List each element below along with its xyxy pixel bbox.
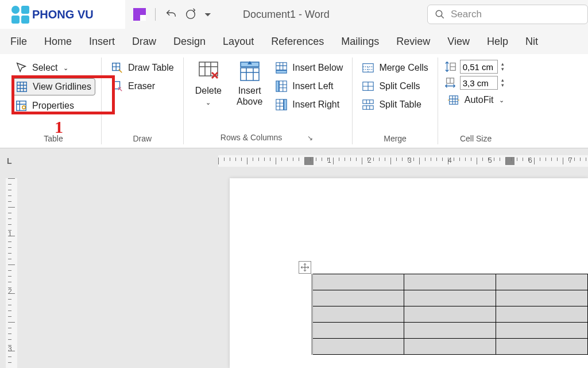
svg-rect-22 [449, 96, 458, 105]
qat-overflow-icon[interactable]: ⏷ [204, 10, 212, 19]
tab-home[interactable]: Home [44, 36, 72, 48]
tab-review[interactable]: Review [396, 36, 430, 48]
search-icon [435, 9, 445, 20]
insert-right-button[interactable]: Insert Right [272, 97, 346, 113]
group-label-merge: Merge [358, 132, 431, 144]
svg-rect-15 [284, 99, 287, 110]
group-label-rows-cols: Rows & Columns [220, 133, 282, 143]
split-cells-icon [362, 80, 374, 93]
tab-layout[interactable]: Layout [223, 36, 254, 48]
logo-text: PHONG VU [32, 8, 94, 21]
svg-rect-11 [276, 71, 287, 74]
table-row [312, 339, 588, 355]
search-placeholder: Search [451, 9, 482, 20]
svg-rect-10 [276, 63, 287, 70]
tab-mailings[interactable]: Mailings [341, 36, 379, 48]
split-cells-button[interactable]: Split Cells [358, 78, 431, 94]
redo-icon[interactable] [184, 8, 197, 21]
svg-rect-13 [276, 81, 279, 91]
insert-right-icon [275, 98, 288, 111]
tab-references[interactable]: References [271, 36, 324, 48]
ribbon-tabs: File Home Insert Draw Design Layout Refe… [0, 29, 588, 54]
row-height-input[interactable] [460, 60, 498, 74]
table-row [312, 323, 588, 339]
split-table-icon [362, 98, 374, 111]
insert-left-button[interactable]: Insert Left [272, 78, 346, 94]
group-label-table: Table [11, 132, 95, 144]
autofit-icon [447, 94, 460, 106]
annotation-number: 1 [55, 117, 63, 137]
autofit-button[interactable]: AutoFit⌄ [444, 92, 508, 108]
col-width-field[interactable]: ▴▾ [444, 76, 508, 90]
svg-rect-19 [363, 106, 373, 109]
draw-table-icon [111, 62, 123, 74]
table-row [312, 274, 588, 290]
ruler-vertical[interactable]: 123 [6, 178, 17, 368]
tab-design[interactable]: Design [173, 36, 206, 48]
col-width-input[interactable] [460, 76, 498, 90]
merge-cells-icon [362, 62, 374, 74]
svg-point-4 [22, 106, 26, 109]
row-height-field[interactable]: ▴▾ [444, 60, 508, 74]
document-title: Document1 - Word [243, 9, 330, 21]
select-button[interactable]: Select⌄ [11, 60, 95, 76]
height-icon [444, 60, 457, 73]
table-row [312, 306, 588, 323]
spinner-icon[interactable]: ▴▾ [501, 62, 504, 72]
insert-left-icon [275, 80, 288, 93]
split-table-button[interactable]: Split Table [358, 97, 431, 113]
svg-rect-7 [199, 62, 218, 76]
eraser-button[interactable]: Eraser [107, 78, 177, 94]
svg-rect-2 [17, 82, 27, 92]
view-gridlines-button[interactable]: View Gridlines [11, 78, 95, 95]
cursor-icon [15, 62, 28, 74]
brand-logo: PHONG VU [0, 0, 125, 29]
insert-below-button[interactable]: Insert Below [272, 60, 346, 76]
tab-file[interactable]: File [10, 36, 27, 48]
table-move-handle[interactable] [299, 261, 311, 274]
spinner-icon[interactable]: ▴▾ [501, 78, 504, 88]
logo-icon [11, 6, 29, 24]
insert-above-label: Insert Above [237, 85, 262, 107]
dialog-launcher-icon[interactable]: ↘ [305, 133, 315, 143]
group-label-cell-size: Cell Size [444, 132, 508, 144]
ruler-corner: L [7, 156, 12, 166]
quick-access-toolbar: ⏷ [125, 8, 220, 21]
width-icon [444, 76, 457, 89]
svg-point-1 [436, 10, 442, 17]
tab-help[interactable]: Help [487, 36, 508, 48]
properties-button[interactable]: Properties [11, 98, 95, 114]
ribbon: Select⌄ View Gridlines Properties Table … [0, 54, 588, 148]
ruler-horizontal[interactable]: 12345678 [218, 155, 588, 167]
tab-nitro[interactable]: Nit [525, 36, 538, 48]
save-icon[interactable] [133, 8, 146, 21]
undo-icon[interactable] [165, 8, 177, 21]
insert-above-button[interactable]: Insert Above [231, 57, 268, 131]
group-label-draw: Draw [107, 132, 177, 144]
tab-draw[interactable]: Draw [132, 36, 156, 48]
insert-above-icon [238, 60, 261, 83]
delete-button[interactable]: Delete⌄ [189, 57, 227, 131]
search-box[interactable]: Search [427, 5, 588, 24]
merge-cells-button[interactable]: Merge Cells [358, 60, 431, 76]
draw-table-button[interactable]: Draw Table [107, 60, 177, 76]
table-row [312, 290, 588, 306]
properties-icon [15, 99, 28, 112]
tab-insert[interactable]: Insert [89, 36, 115, 48]
eraser-icon [111, 80, 123, 93]
insert-below-icon [275, 62, 288, 74]
svg-rect-8 [241, 68, 259, 80]
document-table[interactable] [311, 274, 588, 355]
delete-icon [197, 60, 220, 83]
svg-rect-18 [363, 100, 373, 103]
gridlines-icon [16, 80, 28, 93]
move-icon [300, 263, 310, 272]
tab-view[interactable]: View [447, 36, 470, 48]
